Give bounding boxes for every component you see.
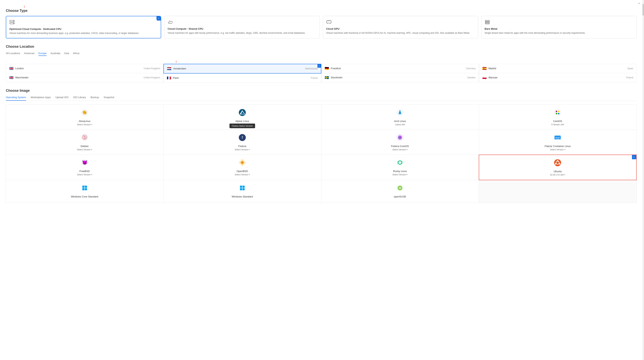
manchester-city: Manchester bbox=[15, 76, 28, 79]
type-card-bare[interactable]: Bare Metal Single tenant bare metal for … bbox=[481, 16, 636, 38]
os-arch[interactable]: Arch Linux Latest x64 bbox=[321, 104, 479, 130]
os-freebsd[interactable]: 👿 FreeBSD Select Version ▾ bbox=[6, 155, 164, 180]
stockholm-city: Stockholm bbox=[331, 76, 343, 79]
centos-icon bbox=[554, 109, 562, 118]
tab-upload-iso[interactable]: Upload ISO bbox=[55, 96, 68, 101]
svg-text:ⓑ: ⓑ bbox=[82, 134, 87, 140]
os-opensuse[interactable]: openSUSE bbox=[321, 180, 479, 203]
flatcar-version[interactable]: Select Version ▾ bbox=[550, 148, 565, 151]
svg-rect-58 bbox=[242, 188, 245, 190]
almalinux-version[interactable]: Select Version ▾ bbox=[77, 123, 92, 126]
manchester-flag: 🇬🇧 bbox=[9, 75, 14, 80]
windows-standard-icon bbox=[238, 184, 246, 194]
scrollbar-thumb[interactable] bbox=[642, 4, 644, 15]
svg-rect-12 bbox=[485, 22, 489, 23]
location-col-1: 🇬🇧 London United Kingdom 🇬🇧 Manchester U… bbox=[6, 64, 164, 82]
os-debian[interactable]: ⓑ Debian Select Version ▾ bbox=[6, 130, 164, 155]
alpine-name: Alpine Linux bbox=[235, 120, 249, 123]
svg-rect-57 bbox=[240, 188, 242, 190]
os-fedora[interactable]: f Fedora Select Version ▾ Fedora Select … bbox=[163, 130, 321, 155]
svg-point-32 bbox=[399, 135, 401, 137]
svg-text:f: f bbox=[242, 135, 243, 140]
rocky-version[interactable]: Select Version ▾ bbox=[392, 173, 408, 176]
location-london[interactable]: 🇬🇧 London United Kingdom bbox=[6, 64, 164, 73]
location-tabs: All Locations Americas Europe Australia … bbox=[6, 52, 636, 56]
type-grid: ✓ Optimized Cloud Compute - Dedicated CP… bbox=[6, 16, 636, 38]
fedora-coreos-icon bbox=[396, 134, 404, 143]
tab-europe[interactable]: Europe bbox=[38, 52, 46, 56]
alpine-icon bbox=[238, 109, 246, 118]
tab-os[interactable]: Operating System bbox=[6, 96, 26, 101]
type-card-bare-desc: Single tenant bare metal for apps with t… bbox=[484, 31, 633, 35]
ubuntu-version[interactable]: 22.04 LTS x64 ▾ bbox=[550, 174, 565, 176]
openbsd-name: OpenBSD bbox=[237, 170, 248, 173]
location-section-title: Choose Location bbox=[6, 45, 636, 49]
tab-marketplace[interactable]: Marketplace Apps bbox=[31, 96, 51, 101]
arch-version: Latest x64 bbox=[395, 123, 405, 126]
os-windows-standard[interactable]: Windows Standard bbox=[163, 180, 321, 203]
tab-australia[interactable]: Australia bbox=[50, 52, 60, 56]
svg-rect-13 bbox=[485, 23, 489, 24]
amsterdam-city: Amsterdam bbox=[173, 67, 186, 70]
rocky-icon bbox=[396, 159, 404, 168]
tab-asia[interactable]: Asia bbox=[64, 52, 69, 56]
location-manchester[interactable]: 🇬🇧 Manchester United Kingdom bbox=[6, 73, 164, 82]
fedora-coreos-version[interactable]: Select Version ▾ bbox=[392, 148, 408, 151]
plus-button[interactable]: + bbox=[638, 1, 640, 6]
os-ubuntu[interactable]: ✓ Ubuntu 22.04 LTS x64 ▾ bbox=[479, 155, 636, 180]
london-country: United Kingdom bbox=[144, 67, 160, 70]
opensuse-name: openSUSE bbox=[394, 195, 406, 198]
tab-backup[interactable]: Backup bbox=[90, 96, 99, 101]
os-fedora-coreos[interactable]: Fedora CoreOS Select Version ▾ bbox=[321, 130, 479, 155]
os-rocky[interactable]: Rocky Linux Select Version ▾ bbox=[321, 155, 479, 180]
os-openbsd[interactable]: OpenBSD Select Version ▾ bbox=[163, 155, 321, 180]
scrollbar[interactable] bbox=[642, 0, 644, 360]
tab-all-locations[interactable]: All Locations bbox=[6, 52, 20, 56]
location-frankfurt[interactable]: 🇩🇪 Frankfurt Germany bbox=[321, 64, 479, 73]
ubuntu-name: Ubuntu bbox=[554, 170, 562, 173]
tab-snapshot[interactable]: Snapshot bbox=[104, 96, 114, 101]
openbsd-version[interactable]: Select Version ▾ bbox=[235, 173, 250, 176]
type-card-bare-title: Bare Metal bbox=[484, 27, 633, 30]
type-section-title: Choose Type bbox=[6, 9, 636, 13]
fedora-coreos-name: Fedora CoreOS bbox=[391, 145, 409, 148]
freebsd-version[interactable]: Select Version ▾ bbox=[77, 173, 92, 176]
svg-point-62 bbox=[399, 187, 400, 189]
type-card-shared-title: Cloud Compute - Shared CPU bbox=[168, 27, 316, 30]
os-flatcar[interactable]: FLAT CAR Flatcar Container Linux Select … bbox=[479, 130, 636, 155]
warsaw-country: Poland bbox=[626, 76, 633, 79]
type-card-optimized[interactable]: ✓ Optimized Cloud Compute - Dedicated CP… bbox=[6, 16, 161, 38]
os-almalinux[interactable]: AlmaLinux Select Version ▾ bbox=[6, 104, 164, 130]
server-icon bbox=[9, 19, 158, 26]
tab-iso-library[interactable]: ISO Library bbox=[73, 96, 86, 101]
madrid-flag: 🇪🇸 bbox=[482, 66, 486, 71]
fedora-version[interactable]: Select Version ▾ bbox=[235, 148, 250, 151]
location-stockholm[interactable]: 🇸🇪 Stockholm Sweden bbox=[321, 73, 479, 82]
bare-icon bbox=[484, 19, 633, 26]
location-madrid[interactable]: 🇪🇸 Madrid Spain bbox=[479, 64, 636, 73]
location-amsterdam[interactable]: ✓ 🇳🇱 Amsterdam Netherlands bbox=[164, 64, 321, 73]
debian-version[interactable]: Select Version ▾ bbox=[77, 148, 92, 151]
svg-text:CAR: CAR bbox=[556, 138, 560, 140]
svg-point-48 bbox=[557, 160, 558, 161]
tab-americas[interactable]: Americas bbox=[24, 52, 34, 56]
frankfurt-flag: 🇩🇪 bbox=[324, 66, 329, 71]
windows-standard-name: Windows Standard bbox=[232, 195, 253, 198]
type-card-gpu[interactable]: Cloud GPU Virtual machines with fraction… bbox=[323, 16, 478, 38]
openbsd-icon bbox=[238, 159, 246, 168]
location-warsaw[interactable]: 🇵🇱 Warsaw Poland bbox=[479, 73, 636, 82]
type-selected-check: ✓ bbox=[156, 16, 161, 20]
os-centos[interactable]: CentOS 9 Stream x64 bbox=[479, 104, 636, 130]
tab-africa[interactable]: Africa bbox=[73, 52, 80, 56]
location-paris[interactable]: 🇫🇷 Paris France bbox=[164, 73, 321, 83]
type-card-shared[interactable]: Cloud Compute - Shared CPU Virtual machi… bbox=[164, 16, 320, 38]
rocky-name: Rocky Linux bbox=[393, 170, 407, 173]
paris-city: Paris bbox=[173, 76, 179, 79]
type-arrow: ↓ bbox=[23, 4, 25, 8]
svg-rect-52 bbox=[85, 186, 87, 188]
flatcar-caret: ▾ bbox=[564, 149, 565, 150]
almalinux-icon bbox=[81, 109, 88, 118]
os-windows-core[interactable]: Windows Core Standard bbox=[6, 180, 164, 203]
main-content: + ↓ Choose Type ✓ bbox=[0, 0, 642, 360]
amsterdam-check: ✓ bbox=[318, 64, 321, 68]
